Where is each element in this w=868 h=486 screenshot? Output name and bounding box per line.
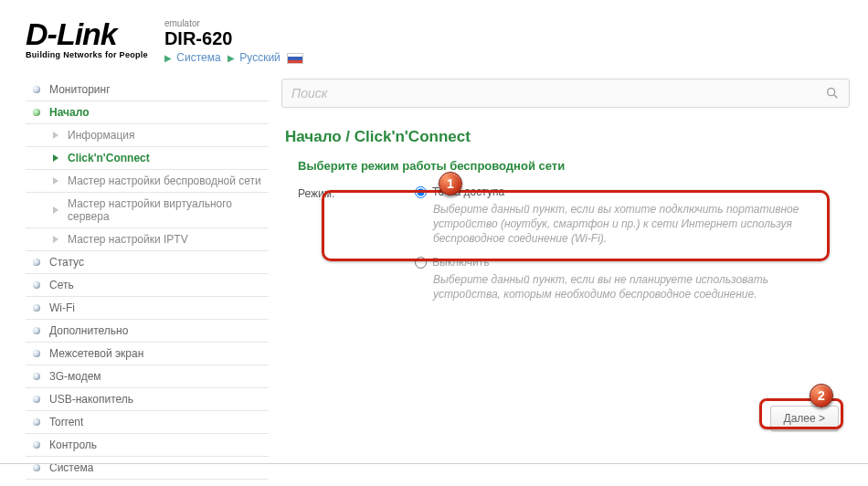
sidebar-item-label: Межсетевой экран [49, 347, 143, 360]
bullet-icon [33, 86, 40, 93]
triangle-right-icon [53, 132, 58, 139]
triangle-right-icon [53, 177, 58, 185]
breadcrumb-system[interactable]: Система [176, 51, 220, 64]
triangle-right-icon [53, 206, 58, 214]
model-name: DIR-620 [164, 28, 303, 49]
emulator-label: emulator [164, 18, 303, 28]
annotation-badge-1: 1 [439, 172, 462, 195]
search-input[interactable] [291, 86, 825, 100]
svg-line-1 [834, 95, 837, 98]
sidebar-item-label: Torrent [49, 416, 83, 428]
sidebar-item-label: Начало [49, 106, 89, 119]
content-area: Начало / Click'n'Connect Выберите режим … [281, 79, 850, 480]
option-description: Выберите данный пункт, если вы не планир… [433, 272, 833, 301]
sidebar-subitem[interactable]: Click'n'Connect [26, 147, 269, 170]
sidebar-item-label: Контроль [49, 438, 97, 451]
sidebar-subitem[interactable]: Мастер настройки IPTV [26, 228, 269, 251]
sidebar-item-label: Статус [49, 256, 84, 269]
sidebar-item-label: Мастер настройки виртуального сервера [68, 197, 261, 223]
logo-tagline: Building Networks for People [26, 50, 148, 59]
sidebar-item-label: Мастер настройки IPTV [68, 233, 188, 246]
sidebar-item-label: Информация [68, 129, 134, 142]
option-description: Выберите данный пункт, если вы хотите по… [433, 202, 833, 247]
sidebar-item[interactable]: Начало [26, 101, 269, 124]
sidebar-item[interactable]: Torrent [26, 411, 269, 434]
option-disable[interactable]: Выключить Выберите данный пункт, если вы… [415, 256, 833, 301]
sidebar-item-label: Дополнительно [49, 324, 128, 337]
sidebar-item-label: Click'n'Connect [68, 152, 150, 164]
annotation-badge-2: 2 [810, 384, 833, 407]
logo: D-Link Building Networks for People [26, 16, 148, 59]
option-label: Выключить [432, 256, 489, 269]
bullet-icon [33, 327, 40, 334]
sidebar-item[interactable]: Сеть [26, 274, 269, 297]
sidebar: МониторингНачалоИнформацияClick'n'Connec… [26, 79, 269, 480]
search-icon [825, 86, 840, 100]
sidebar-item[interactable]: Контроль [26, 434, 269, 457]
radio-access-point[interactable] [415, 186, 427, 198]
bullet-icon [33, 464, 40, 471]
sidebar-item-label: 3G-модем [49, 370, 101, 383]
sidebar-item[interactable]: 3G-модем [26, 365, 269, 388]
chevron-right-icon: ▶ [228, 53, 235, 63]
sidebar-item-label: Мастер настройки беспроводной сети [68, 174, 261, 187]
sidebar-item[interactable]: Межсетевой экран [26, 343, 269, 365]
header: D-Link Building Networks for People emul… [26, 16, 850, 64]
sidebar-item-label: Сеть [49, 279, 74, 291]
next-button[interactable]: Далее > [770, 406, 840, 431]
footer-divider [0, 463, 868, 464]
sidebar-item[interactable]: Wi-Fi [26, 297, 269, 320]
sidebar-item[interactable]: USB-накопитель [26, 388, 269, 411]
section-title: Выберите режим работы беспроводной сети [298, 159, 833, 173]
bullet-icon [33, 418, 40, 426]
sidebar-item[interactable]: Статус [26, 251, 269, 274]
svg-point-0 [828, 89, 835, 96]
flag-ru-icon [287, 53, 303, 64]
option-access-point[interactable]: Точка доступа Выберите данный пункт, есл… [415, 185, 833, 247]
page-title: Начало / Click'n'Connect [285, 128, 846, 146]
bullet-icon [33, 259, 40, 266]
sidebar-item-label: USB-накопитель [49, 393, 133, 406]
sidebar-item-label: Мониторинг [49, 83, 111, 96]
bullet-icon [33, 281, 40, 289]
sidebar-item[interactable]: Мониторинг [26, 79, 269, 101]
sidebar-item[interactable]: Система [26, 457, 269, 480]
bullet-icon [33, 304, 40, 312]
breadcrumb-language[interactable]: Русский [239, 51, 281, 64]
bullet-icon [33, 373, 40, 380]
bullet-icon [33, 396, 40, 403]
bullet-icon [33, 350, 40, 357]
sidebar-item[interactable]: Дополнительно [26, 320, 269, 343]
logo-text: D-Link [26, 16, 148, 52]
chevron-right-icon: ▶ [164, 53, 172, 63]
radio-disable[interactable] [415, 257, 427, 269]
bullet-icon [33, 441, 40, 449]
sidebar-item-label: Wi-Fi [49, 301, 75, 314]
triangle-right-icon [53, 154, 58, 162]
bullet-icon [33, 109, 40, 116]
mode-label: Режим: [298, 185, 415, 311]
sidebar-subitem[interactable]: Мастер настройки беспроводной сети [26, 170, 269, 193]
sidebar-subitem[interactable]: Информация [26, 124, 269, 147]
top-breadcrumb: ▶ Система ▶ Русский [164, 51, 303, 64]
search-bar[interactable] [281, 79, 850, 108]
triangle-right-icon [53, 236, 58, 243]
sidebar-subitem[interactable]: Мастер настройки виртуального сервера [26, 193, 269, 228]
